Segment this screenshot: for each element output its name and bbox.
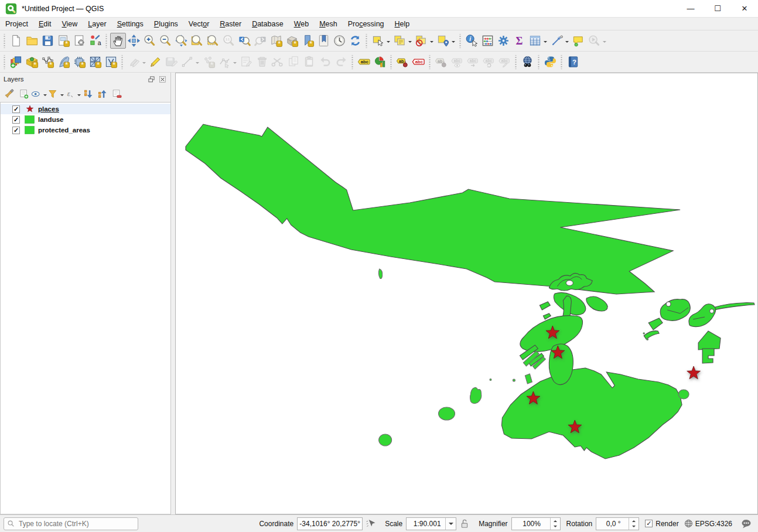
dropdown-arrow-icon[interactable] bbox=[142, 62, 146, 66]
toolbar-grip[interactable] bbox=[390, 55, 392, 69]
zoom-full-button[interactable] bbox=[173, 33, 189, 49]
toolbar-grip[interactable] bbox=[537, 55, 540, 69]
dropdown-arrow-icon[interactable] bbox=[77, 94, 81, 98]
layer-visibility-checkbox[interactable]: ✓ bbox=[12, 105, 20, 113]
layer-visibility-checkbox[interactable]: ✓ bbox=[12, 116, 20, 124]
rotation-spinbox[interactable]: 0,0 ° bbox=[596, 517, 639, 530]
zoom-in-button[interactable] bbox=[142, 33, 158, 49]
refresh-map-button[interactable] bbox=[347, 33, 363, 49]
menu-layer[interactable]: Layer bbox=[83, 19, 111, 29]
close-panel-icon[interactable] bbox=[158, 74, 167, 84]
zoom-out-button[interactable] bbox=[158, 33, 173, 49]
collapse-all-button[interactable] bbox=[95, 87, 110, 101]
manage-map-themes-button[interactable] bbox=[30, 87, 47, 101]
new-spatialite-layer-button[interactable]: * bbox=[56, 54, 71, 70]
toolbar-grip[interactable] bbox=[351, 55, 354, 69]
dropdown-arrow-icon[interactable] bbox=[408, 41, 412, 45]
toolbar-grip[interactable] bbox=[560, 55, 563, 69]
menu-database[interactable]: Database bbox=[247, 19, 289, 29]
dropdown-arrow-icon[interactable] bbox=[233, 62, 237, 66]
new-temporary-scratch-layer-button[interactable]: * bbox=[103, 54, 119, 70]
style-manager-button[interactable]: a bbox=[87, 33, 103, 49]
open-data-source-manager-button[interactable] bbox=[8, 54, 24, 70]
magnifier-spinbox[interactable]: 100% bbox=[511, 517, 561, 530]
filter-legend-button[interactable] bbox=[47, 87, 64, 101]
layer-labeling-options-button[interactable]: abc bbox=[356, 54, 372, 70]
open-attribute-table-button[interactable] bbox=[527, 33, 549, 49]
layer-item-landuse[interactable]: ✓landuse bbox=[1, 114, 170, 125]
render-checkbox[interactable]: ✓ bbox=[645, 520, 653, 527]
layer-item-protected_areas[interactable]: ✓protected_areas bbox=[1, 125, 170, 135]
extents-pointer-icon[interactable] bbox=[365, 518, 377, 530]
deselect-features-button[interactable] bbox=[414, 33, 435, 49]
dropdown-arrow-icon[interactable] bbox=[452, 41, 455, 45]
select-features-button[interactable] bbox=[370, 33, 392, 49]
dropdown-arrow-icon[interactable] bbox=[544, 41, 547, 45]
open-layer-styling-panel-button[interactable] bbox=[2, 87, 16, 101]
map-canvas[interactable] bbox=[175, 73, 758, 514]
menu-processing[interactable]: Processing bbox=[343, 19, 390, 29]
dropdown-arrow-icon[interactable] bbox=[196, 62, 199, 66]
remove-layer-group-button[interactable] bbox=[110, 87, 124, 101]
toolbar-grip[interactable] bbox=[3, 55, 6, 69]
magnifier-spin-buttons[interactable] bbox=[550, 518, 560, 530]
dropdown-arrow-icon[interactable] bbox=[60, 94, 64, 98]
dropdown-arrow-icon[interactable] bbox=[430, 41, 433, 45]
lock-scale-icon[interactable] bbox=[459, 518, 470, 530]
open-project-button[interactable] bbox=[24, 33, 40, 49]
new-spatial-bookmark-button[interactable]: * bbox=[300, 33, 316, 49]
zoom-last-button[interactable] bbox=[237, 33, 252, 49]
select-by-location-button[interactable] bbox=[435, 33, 457, 49]
new-shapefile-layer-button[interactable]: * bbox=[40, 54, 56, 70]
menu-settings[interactable]: Settings bbox=[112, 19, 149, 29]
help-contents-button[interactable]: ? bbox=[565, 54, 581, 70]
menu-mesh[interactable]: Mesh bbox=[314, 19, 343, 29]
measure-line-button[interactable] bbox=[549, 33, 571, 49]
new-map-view-button[interactable]: * bbox=[268, 33, 284, 49]
metasearch-catalog-client-button[interactable] bbox=[520, 54, 535, 70]
identify-features-button[interactable]: i bbox=[464, 33, 480, 49]
messages-icon[interactable] bbox=[740, 518, 752, 530]
zoom-to-layer-button[interactable] bbox=[189, 33, 205, 49]
panel-splitter[interactable] bbox=[171, 73, 175, 514]
menu-plugins[interactable]: Plugins bbox=[149, 19, 183, 29]
maximize-button[interactable]: ☐ bbox=[704, 0, 731, 18]
pan-map-to-selection-button[interactable] bbox=[126, 33, 142, 49]
zoom-to-selection-button[interactable] bbox=[205, 33, 221, 49]
toggle-editing-button[interactable] bbox=[148, 54, 163, 70]
rotation-spin-buttons[interactable] bbox=[629, 518, 639, 530]
new-virtual-layer-button[interactable]: * bbox=[71, 54, 87, 70]
python-console-button[interactable] bbox=[542, 54, 558, 70]
toolbar-grip[interactable] bbox=[459, 34, 462, 48]
new-print-layout-button[interactable]: * bbox=[56, 33, 71, 49]
menu-raster[interactable]: Raster bbox=[214, 19, 247, 29]
show-spatial-bookmarks-button[interactable] bbox=[316, 33, 332, 49]
new-3d-map-view-button[interactable]: * bbox=[284, 33, 300, 49]
save-project-button[interactable] bbox=[40, 33, 56, 49]
dropdown-arrow-icon[interactable] bbox=[43, 94, 47, 98]
menu-web[interactable]: Web bbox=[289, 19, 314, 29]
temporal-controller-panel-button[interactable] bbox=[332, 33, 347, 49]
scale-dropdown-icon[interactable] bbox=[445, 518, 456, 530]
menu-help[interactable]: Help bbox=[390, 19, 415, 29]
dropdown-arrow-icon[interactable] bbox=[565, 41, 569, 45]
toolbar-grip[interactable] bbox=[514, 55, 517, 69]
locator-input[interactable] bbox=[18, 519, 135, 528]
add-group-button[interactable] bbox=[16, 87, 30, 101]
crs-status[interactable]: EPSG:4326 bbox=[684, 519, 732, 528]
toolbar-grip[interactable] bbox=[428, 55, 431, 69]
menu-view[interactable]: View bbox=[56, 19, 83, 29]
layer-item-places[interactable]: ✓places bbox=[1, 104, 170, 114]
pin-unpin-labels-button[interactable]: ab bbox=[395, 54, 411, 70]
menu-edit[interactable]: Edit bbox=[33, 19, 57, 29]
dropdown-arrow-icon[interactable] bbox=[603, 41, 606, 45]
open-field-calculator-button[interactable] bbox=[480, 33, 496, 49]
select-features-by-value-button[interactable] bbox=[392, 33, 414, 49]
dropdown-arrow-icon[interactable] bbox=[387, 41, 390, 45]
locator-search[interactable] bbox=[4, 517, 138, 530]
close-button[interactable]: ✕ bbox=[731, 0, 758, 18]
scale-combo[interactable]: 1:90.001 bbox=[406, 517, 456, 530]
coordinate-value[interactable]: -34,1016° 20,2775° bbox=[297, 517, 363, 530]
menu-project[interactable]: Project bbox=[0, 19, 33, 29]
new-project-button[interactable] bbox=[8, 33, 24, 49]
